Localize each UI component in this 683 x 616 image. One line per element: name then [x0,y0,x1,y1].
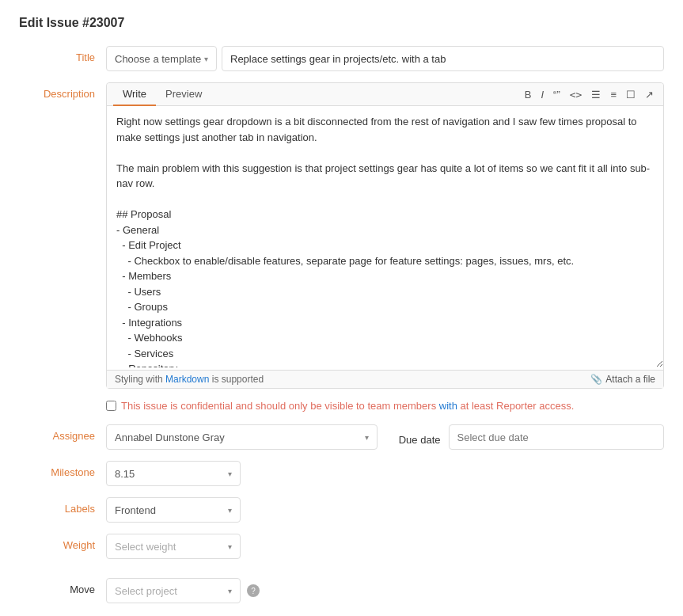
milestone-label: Milestone [19,461,106,478]
spacer [19,570,664,578]
weight-chevron-icon: ▾ [228,542,232,551]
assignee-duedate-row: Assignee Annabel Dunstone Gray ▾ Due dat… [19,424,664,450]
milestone-value: 8.15 [115,468,135,480]
bold-button[interactable]: B [522,87,535,102]
ol-button[interactable]: ≡ [607,87,620,102]
assignee-chevron-icon: ▾ [365,433,369,442]
milestone-select[interactable]: 8.15 ▾ [106,461,241,486]
weight-placeholder: Select weight [115,541,176,553]
milestone-row: Milestone 8.15 ▾ [19,461,664,486]
preview-tab[interactable]: Preview [156,83,211,106]
move-label: Move [19,578,106,595]
confidential-checkbox[interactable] [106,401,116,411]
task-button[interactable]: ☐ [623,87,639,102]
editor-toolbar: B I “” <> ☰ ≡ ☐ ↗ [522,84,657,105]
assignee-label: Assignee [19,424,106,442]
title-row: Title Choose a template ▾ [19,46,664,71]
weight-container: Select weight ▾ [106,534,241,559]
weight-select[interactable]: Select weight ▾ [106,534,241,559]
ul-button[interactable]: ☰ [588,87,604,102]
code-button[interactable]: <> [567,87,586,102]
milestone-chevron-icon: ▾ [228,470,232,478]
due-date-label: Due date [393,428,449,446]
expand-button[interactable]: ↗ [642,87,657,102]
italic-button[interactable]: I [537,87,547,102]
move-placeholder: Select project [115,585,177,597]
labels-container: Frontend ▾ [106,497,241,523]
write-tab[interactable]: Write [113,83,156,106]
labels-chevron-icon: ▾ [228,506,232,515]
template-select-label: Choose a template [115,53,201,65]
assignee-select[interactable]: Annabel Dunstone Gray ▾ [106,424,378,450]
markdown-support-text: Styling with Markdown is supported [115,374,264,385]
move-container: Select project ▾ ? [106,578,260,603]
description-row: Description Write Preview B I “” <> ☰ ≡ … [19,82,664,389]
weight-row: Weight Select weight ▾ [19,534,664,559]
labels-select[interactable]: Frontend ▾ [106,497,241,523]
editor-footer: Styling with Markdown is supported 📎 Att… [107,370,663,388]
labels-label: Labels [19,497,106,515]
due-date-container: Due date [393,424,665,450]
help-icon[interactable]: ? [247,584,260,597]
move-chevron-icon: ▾ [228,587,232,595]
milestone-container: 8.15 ▾ [106,461,241,486]
description-container: Write Preview B I “” <> ☰ ≡ ☐ ↗ Right no… [106,82,664,389]
confidential-row: This issue is confidential and should on… [106,400,664,412]
description-label: Description [19,82,106,100]
title-field-container: Choose a template ▾ [106,46,664,71]
move-select-wrapper: Select project ▾ [106,578,241,603]
labels-value: Frontend [115,504,156,516]
weight-label: Weight [19,534,106,551]
quote-button[interactable]: “” [550,87,563,102]
labels-row: Labels Frontend ▾ [19,497,664,523]
due-date-input[interactable] [449,424,665,450]
editor-tabs: Write Preview B I “” <> ☰ ≡ ☐ ↗ [107,83,663,106]
page-title: Edit Issue #23007 [19,16,664,30]
title-input[interactable] [222,46,664,71]
title-label: Title [19,46,106,63]
attach-file-button[interactable]: 📎 Attach a file [590,374,655,385]
description-editor: Write Preview B I “” <> ☰ ≡ ☐ ↗ Right no… [106,82,664,389]
template-select[interactable]: Choose a template ▾ [106,46,217,71]
confidential-text: This issue is confidential and should on… [121,400,574,412]
move-select[interactable]: Select project ▾ [106,578,241,603]
assignee-value: Annabel Dunstone Gray [115,432,225,443]
description-textarea[interactable]: Right now settings gear dropdown is a bi… [107,106,663,367]
confidential-link[interactable]: with [439,400,457,412]
template-chevron-icon: ▾ [204,55,208,63]
paperclip-icon: 📎 [590,374,602,385]
assignee-duedate-container: Annabel Dunstone Gray ▾ Due date [106,424,664,450]
move-row: Move Select project ▾ ? [19,578,664,603]
markdown-link[interactable]: Markdown [165,374,209,385]
assignee-container: Annabel Dunstone Gray ▾ [106,424,378,450]
